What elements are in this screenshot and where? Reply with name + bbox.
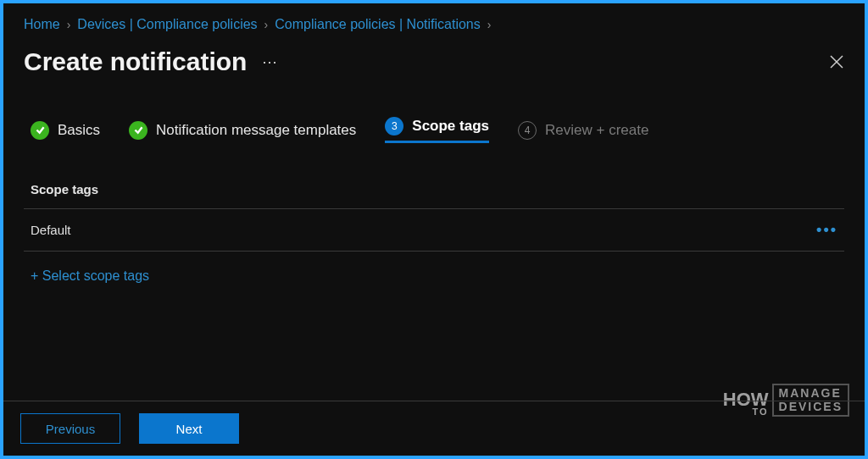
- chevron-right-icon: ›: [487, 18, 492, 31]
- page-title: Create notification: [24, 47, 247, 76]
- breadcrumb: Home › Devices | Compliance policies › C…: [24, 17, 844, 32]
- section-heading: Scope tags: [31, 182, 844, 196]
- breadcrumb-home[interactable]: Home: [24, 17, 60, 32]
- step-review-create[interactable]: 4 Review + create: [518, 121, 648, 140]
- step-label: Scope tags: [412, 118, 489, 135]
- wizard-stepper: Basics Notification message templates 3 …: [31, 117, 844, 143]
- row-more-actions[interactable]: •••: [816, 221, 837, 239]
- step-number-badge: 4: [518, 121, 537, 140]
- previous-button[interactable]: Previous: [20, 413, 120, 444]
- step-templates[interactable]: Notification message templates: [129, 121, 356, 140]
- chevron-right-icon: ›: [264, 18, 269, 31]
- step-basics[interactable]: Basics: [31, 121, 100, 140]
- page-header: Create notification ⋯: [24, 47, 844, 76]
- select-scope-tags-link[interactable]: + Select scope tags: [31, 268, 149, 284]
- breadcrumb-devices[interactable]: Devices | Compliance policies: [77, 17, 257, 32]
- more-actions-icon[interactable]: ⋯: [262, 53, 279, 71]
- check-icon: [31, 121, 49, 140]
- step-scope-tags[interactable]: 3 Scope tags: [385, 117, 489, 143]
- chevron-right-icon: ›: [67, 18, 71, 31]
- step-label: Notification message templates: [156, 122, 356, 139]
- step-label: Basics: [58, 122, 100, 139]
- wizard-footer: Previous Next: [3, 401, 865, 456]
- close-button[interactable]: [829, 54, 844, 69]
- step-label: Review + create: [545, 122, 648, 139]
- scope-tag-row: Default •••: [24, 209, 844, 251]
- step-number-badge: 3: [385, 117, 403, 135]
- scope-tag-label: Default: [31, 223, 71, 237]
- close-icon: [829, 54, 844, 69]
- breadcrumb-notifications[interactable]: Compliance policies | Notifications: [275, 17, 480, 32]
- next-button[interactable]: Next: [139, 413, 239, 444]
- divider: [24, 251, 844, 252]
- watermark-line1: MANAGE: [779, 387, 843, 400]
- check-icon: [129, 121, 147, 140]
